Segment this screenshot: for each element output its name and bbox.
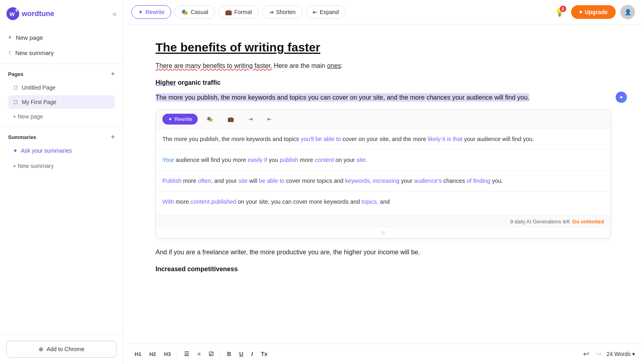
check-icon: ☑ [209, 351, 214, 357]
suggestion-text: chances [442, 178, 467, 184]
word-count[interactable]: 24 Words ▾ [606, 351, 635, 357]
panel-shorten-button[interactable]: ⇥ [243, 114, 258, 125]
suggestion-text: more [298, 157, 315, 163]
redo-button[interactable]: ↪ [594, 348, 603, 360]
panel-formal-button[interactable]: 💼 [222, 114, 240, 125]
suggestion-text: and your [213, 178, 239, 184]
suggestion-item[interactable]: Publish more often, and your site will b… [156, 171, 610, 192]
toolbar-divider [177, 350, 178, 358]
my-first-page-label: My First Page [22, 99, 56, 105]
sidebar: w wordtune « + New page ↑ New summary Pa… [0, 0, 123, 364]
ask-summaries-button[interactable]: ✦ Ask your summaries [8, 144, 115, 157]
highlight: easily if [248, 157, 267, 163]
intro-text-2: Here are the main [274, 62, 327, 69]
suggestion-text: you [267, 157, 280, 163]
highlight: audience's [414, 178, 442, 184]
ordered-list-button[interactable]: ≡ [194, 348, 204, 360]
sidebar-new-page-button[interactable]: + New page [8, 110, 115, 123]
rewrite-panel-toolbar: ✦ Rewrite 🎭 💼 ⇥ ⇤ [156, 110, 610, 129]
section2-title-text: Increased competitiveness [156, 266, 238, 272]
new-summary-button[interactable]: ↑ New summary [0, 45, 123, 60]
pages-section-header: Pages + [8, 70, 115, 78]
panel-rewrite-button[interactable]: ✦ Rewrite [162, 114, 198, 125]
expand-label: Expand [320, 9, 339, 15]
notification-badge: 6 [560, 6, 566, 12]
section1-title: Higher organic traffic [156, 79, 611, 86]
doc-body-text: And if you are a freelance writer, the m… [156, 247, 611, 258]
suggestion-text: The more you publish, the more keywords … [162, 136, 301, 142]
suggestion-text: more [182, 178, 198, 184]
highlight: content published [190, 198, 236, 205]
casual-label: Casual [190, 9, 208, 15]
page-icon-active: 🗋 [13, 99, 18, 105]
drag-handle[interactable]: ≡ [156, 228, 610, 238]
suggestion-text: you. [490, 178, 503, 184]
go-unlimited-button[interactable]: Go unlimited [572, 219, 604, 225]
new-summary-label: New summary [15, 49, 54, 56]
panel-rewrite-label: Rewrite [174, 116, 192, 122]
add-page-button[interactable]: + [111, 70, 115, 78]
formal-button[interactable]: 💼 Formal [218, 5, 259, 19]
sidebar-new-summary-button[interactable]: + New summary [8, 159, 115, 173]
main-area: ✦ Rewrite 🎭 Casual 💼 Formal ⇥ Shorten ⇤ [123, 0, 643, 364]
user-avatar[interactable]: 👤 [620, 5, 635, 19]
collapse-sidebar-button[interactable]: « [113, 10, 117, 18]
sidebar-item-my-first-page[interactable]: 🗋 My First Page [8, 95, 115, 109]
suggestion-text: and [379, 198, 390, 205]
panel-expand-button[interactable]: ⇤ [262, 114, 277, 125]
expand-button[interactable]: ⇤ Expand [306, 5, 346, 19]
upgrade-button[interactable]: ♥ Upgrade [571, 5, 616, 19]
new-page-button[interactable]: + New page [0, 30, 123, 45]
bottom-toolbar: H1 H2 H3 ☰ ≡ ☑ B U I Tx ↩ [123, 344, 643, 364]
casual-button[interactable]: 🎭 Casual [174, 5, 215, 19]
sidebar-item-untitled-page[interactable]: 🗋 Untitled Page [8, 81, 115, 94]
sparkle-icon: ✦ [13, 147, 18, 154]
document-title: The benefits of writing faster [156, 41, 611, 54]
clear-format-button[interactable]: Tx [258, 348, 270, 360]
underline-button[interactable]: U [236, 348, 246, 360]
suggestion-text: cover more topics and [285, 178, 345, 184]
casual-icon: 🎭 [181, 9, 188, 15]
sparkle-icon: ✦ [138, 9, 143, 15]
suggestion-item[interactable]: The more you publish, the more keywords … [156, 129, 610, 150]
suggestion-item[interactable]: With more content published on your site… [156, 192, 610, 215]
logo: w wordtune [6, 7, 54, 20]
h1-button[interactable]: H1 [131, 349, 145, 360]
italic-button[interactable]: I [248, 348, 256, 360]
suggestion-text: . [366, 157, 367, 163]
summaries-section: Summaries + ✦ Ask your summaries + New s… [0, 127, 123, 176]
rewrite-label: Rewrite [145, 9, 164, 15]
add-to-chrome-button[interactable]: ⊕ Add to Chrome [6, 341, 117, 358]
intro-text-1: There are many benefits to writing faste… [156, 62, 272, 69]
bold-button[interactable]: B [224, 348, 234, 360]
plus-icon: + [8, 34, 12, 41]
checklist-button[interactable]: ☑ [205, 348, 217, 360]
rewrite-button[interactable]: ✦ Rewrite [131, 5, 171, 19]
highlight: likely it is that [428, 136, 462, 142]
rewrite-panel: ✦ Rewrite 🎭 💼 ⇥ ⇤ [156, 109, 611, 239]
suggestion-item[interactable]: Your audience will find you more easily … [156, 150, 610, 171]
new-page-label: New page [16, 34, 43, 41]
panel-sparkle-icon: ✦ [168, 116, 172, 122]
highlight: site [356, 157, 366, 163]
sidebar-nav: + New page ↑ New summary [0, 27, 123, 63]
ai-spark-button[interactable]: ✦ [616, 92, 627, 103]
h2-button[interactable]: H2 [146, 349, 160, 360]
add-summary-button[interactable]: + [111, 133, 115, 141]
logo-text: wordtune [22, 10, 54, 18]
rewrite-footer: 9 daily AI Generations left Go unlimited [156, 215, 610, 228]
unordered-list-button[interactable]: ☰ [181, 348, 192, 360]
page-icon: 🗋 [13, 84, 18, 91]
suggestion-text: will [248, 178, 259, 184]
panel-casual-button[interactable]: 🎭 [201, 114, 219, 125]
suggestion-text: audience will find you more [174, 157, 248, 163]
notifications-button[interactable]: 💡 6 [553, 6, 566, 18]
suggestion-text: cover on your site, and the more [341, 136, 428, 142]
shorten-button[interactable]: ⇥ Shorten [262, 5, 303, 19]
selected-paragraph[interactable]: The more you publish, the more keywords … [156, 93, 529, 102]
undo-button[interactable]: ↩ [582, 348, 591, 360]
h3-button[interactable]: H3 [161, 349, 174, 360]
suggestions-list: The more you publish, the more keywords … [156, 129, 610, 215]
shorten-label: Shorten [276, 9, 296, 15]
ol-icon: ≡ [197, 351, 201, 357]
